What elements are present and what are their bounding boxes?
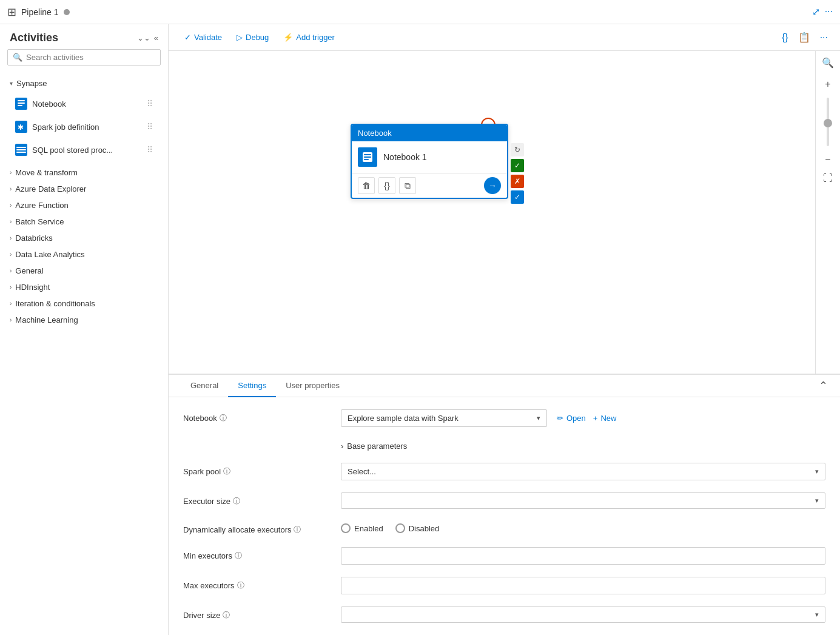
add-trigger-button[interactable]: ⚡ Add trigger xyxy=(277,30,341,44)
driver-size-control: ▾ xyxy=(341,606,825,623)
more-options-icon[interactable]: ··· xyxy=(825,6,833,18)
node-name: Notebook 1 xyxy=(383,152,427,162)
expand-icon[interactable]: ⤢ xyxy=(812,6,820,18)
category-batch-service[interactable]: › Batch Service xyxy=(0,213,168,230)
node-body: Notebook 1 xyxy=(352,141,507,173)
tab-settings[interactable]: Settings xyxy=(228,375,276,397)
min-executors-info-icon[interactable]: ⓘ xyxy=(235,551,242,561)
base-params-expand[interactable]: › Base parameters xyxy=(341,439,825,451)
rotate-icon[interactable]: ↻ xyxy=(511,143,524,156)
general-label: General xyxy=(15,266,43,275)
notebook-actions: ✏ Open + New xyxy=(557,414,616,423)
zoom-out-button[interactable]: − xyxy=(819,151,836,168)
code-view-button[interactable]: {} xyxy=(779,30,791,45)
executor-size-info-icon[interactable]: ⓘ xyxy=(233,496,240,506)
dynamic-allocate-row: Dynamically allocate executors ⓘ Enabled… xyxy=(183,521,825,535)
max-executors-input[interactable] xyxy=(341,577,825,594)
category-machine-learning[interactable]: › Machine Learning xyxy=(0,312,168,328)
svg-rect-12 xyxy=(364,156,371,158)
base-params-control: › Base parameters xyxy=(341,439,825,451)
notebook-node[interactable]: Notebook Notebook 1 🗑 {} xyxy=(351,124,508,199)
category-general[interactable]: › General xyxy=(0,263,168,279)
machine-learning-label: Machine Learning xyxy=(15,315,78,324)
category-databricks[interactable]: › Databricks xyxy=(0,230,168,246)
category-azure-function[interactable]: › Azure Function xyxy=(0,197,168,213)
synapse-label: Synapse xyxy=(16,79,47,88)
driver-size-info-icon[interactable]: ⓘ xyxy=(223,610,230,620)
collapse-all-icon[interactable]: ⌄⌄ xyxy=(137,33,150,42)
category-move-transform[interactable]: › Move & transform xyxy=(0,164,168,181)
node-side-icons: ↻ ✓ ✗ ✓ xyxy=(511,143,524,204)
spark-icon: ✱ xyxy=(15,121,27,133)
node-copy-button[interactable]: ⧉ xyxy=(399,177,416,194)
category-data-lake[interactable]: › Data Lake Analytics xyxy=(0,246,168,263)
success-icon[interactable]: ✓ xyxy=(511,159,524,172)
debug-label: Debug xyxy=(246,33,269,42)
search-box[interactable]: 🔍 xyxy=(7,49,161,66)
activity-spark[interactable]: ✱ Spark job definition ⠿ xyxy=(5,116,163,138)
tab-user-properties[interactable]: User properties xyxy=(276,375,349,397)
sidebar-header: Activities ⌄⌄ « xyxy=(0,24,168,49)
category-synapse[interactable]: ▾ Synapse xyxy=(0,75,168,92)
notebook-info-icon[interactable]: ⓘ xyxy=(220,413,227,423)
zoom-slider-thumb[interactable] xyxy=(824,119,832,127)
data-lake-label: Data Lake Analytics xyxy=(15,250,84,259)
activity-sql[interactable]: SQL pool stored proc... ⠿ xyxy=(5,139,163,161)
function-chevron: › xyxy=(10,202,12,209)
min-executors-input[interactable] xyxy=(341,547,825,565)
debug-button[interactable]: ▷ Debug xyxy=(230,30,275,44)
plus-icon: + xyxy=(593,414,598,423)
spark-pool-info-icon[interactable]: ⓘ xyxy=(223,466,230,477)
driver-size-chevron: ▾ xyxy=(815,611,819,619)
collapse-icon[interactable]: « xyxy=(154,33,158,42)
max-executors-info-icon[interactable]: ⓘ xyxy=(237,580,244,591)
new-notebook-button[interactable]: + New xyxy=(593,414,617,423)
toolbar-more-button[interactable]: ··· xyxy=(818,30,830,45)
category-iteration[interactable]: › Iteration & conditionals xyxy=(0,295,168,312)
category-hdinsight[interactable]: › HDInsight xyxy=(0,279,168,295)
node-delete-button[interactable]: 🗑 xyxy=(358,177,375,194)
tab-general[interactable]: General xyxy=(181,375,228,397)
hdinsight-label: HDInsight xyxy=(15,283,50,292)
search-input[interactable] xyxy=(26,53,155,62)
executor-size-control: ▾ xyxy=(341,492,825,509)
main-layout: Activities ⌄⌄ « 🔍 ▾ Synapse xyxy=(0,24,840,635)
dynamic-allocate-info-icon[interactable]: ⓘ xyxy=(294,525,301,535)
executor-size-dropdown[interactable]: ▾ xyxy=(341,492,825,509)
enabled-radio[interactable]: Enabled xyxy=(341,523,383,533)
validate-icon: ✓ xyxy=(184,33,191,42)
databricks-label: Databricks xyxy=(15,234,52,243)
monitor-button[interactable]: 📋 xyxy=(796,29,813,45)
fail-icon[interactable]: ✗ xyxy=(511,175,524,188)
panel-collapse-button[interactable]: ⌃ xyxy=(819,379,828,392)
debug-icon: ▷ xyxy=(237,33,243,42)
dynamic-allocate-control: Enabled Disabled xyxy=(341,521,825,533)
sql-icon xyxy=(15,144,27,156)
sql-label: SQL pool stored proc... xyxy=(32,146,142,155)
notebook-dropdown[interactable]: Explore sample data with Spark ▾ xyxy=(341,409,547,427)
pipeline-canvas[interactable]: Notebook Notebook 1 🗑 {} xyxy=(169,51,840,374)
spark-pool-control: Select... ▾ xyxy=(341,463,825,480)
node-navigate-button[interactable]: → xyxy=(484,177,501,194)
enabled-radio-circle xyxy=(341,523,351,533)
zoom-fit-icon[interactable]: ⛶ xyxy=(823,173,833,184)
disabled-radio[interactable]: Disabled xyxy=(395,523,440,533)
settings-tabs: General Settings User properties ⌃ xyxy=(169,375,840,397)
notebook-dropdown-value: Explore sample data with Spark xyxy=(348,414,459,423)
app-icon: ⊞ xyxy=(7,5,16,19)
driver-size-dropdown[interactable]: ▾ xyxy=(341,606,825,623)
open-notebook-button[interactable]: ✏ Open xyxy=(557,414,586,423)
category-azure-explorer[interactable]: › Azure Data Explorer xyxy=(0,181,168,197)
complete-icon[interactable]: ✓ xyxy=(511,190,524,204)
spark-label: Spark job definition xyxy=(32,123,142,132)
iteration-chevron: › xyxy=(10,300,12,307)
node-code-button[interactable]: {} xyxy=(378,177,395,194)
ml-chevron: › xyxy=(10,317,12,323)
zoom-search-icon[interactable]: 🔍 xyxy=(822,57,834,69)
spark-pool-dropdown[interactable]: Select... ▾ xyxy=(341,463,825,480)
batch-chevron: › xyxy=(10,218,12,225)
zoom-in-button[interactable]: + xyxy=(819,76,836,93)
validate-button[interactable]: ✓ Validate xyxy=(178,30,228,44)
notebook-control: Explore sample data with Spark ▾ ✏ Open … xyxy=(341,409,825,427)
activity-notebook[interactable]: Notebook ⠿ xyxy=(5,93,163,115)
